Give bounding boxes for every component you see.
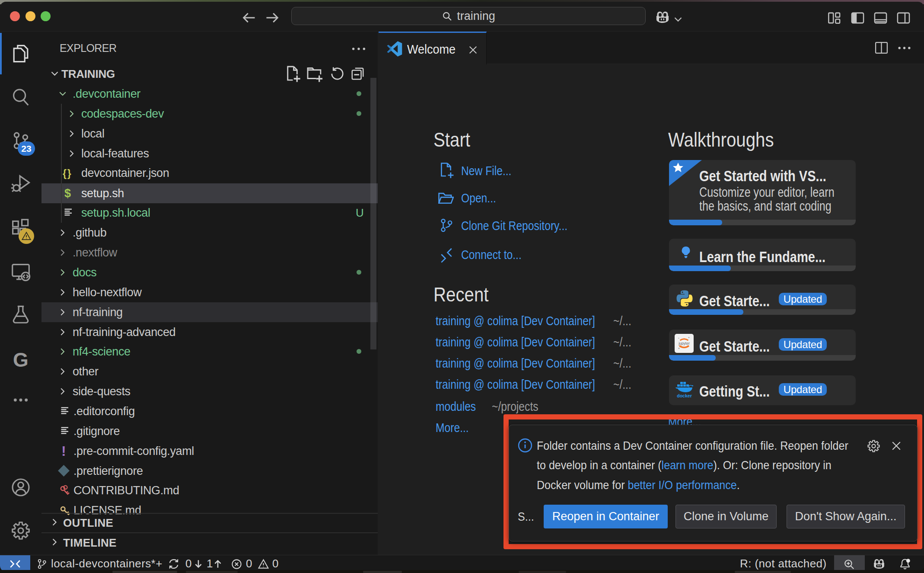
svg-text:jupyter: jupyter (678, 341, 690, 346)
svg-text:docker: docker (677, 393, 691, 398)
